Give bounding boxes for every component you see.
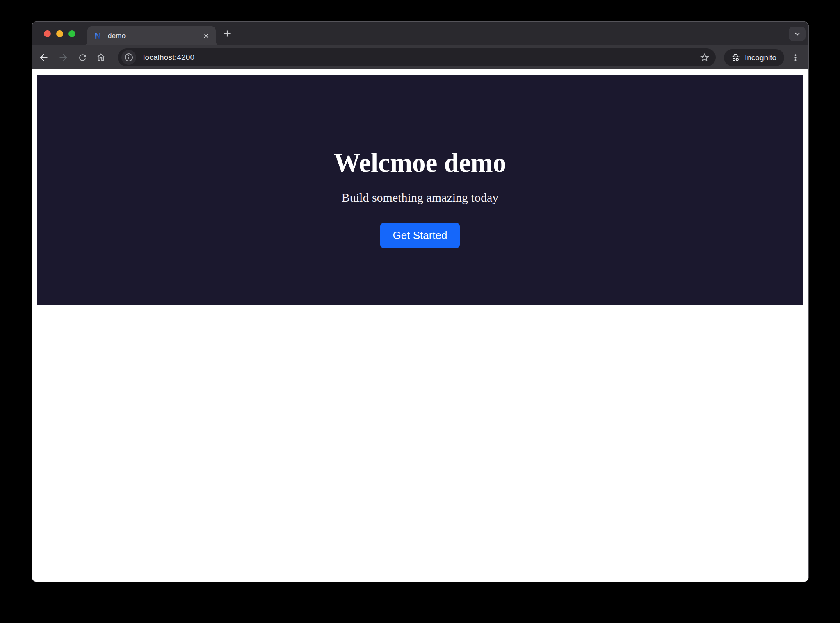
info-icon [124, 52, 134, 62]
hero-section: Welcmoe demo Build something amazing tod… [37, 75, 803, 305]
reload-button[interactable] [76, 51, 89, 64]
tab-search-button[interactable] [789, 27, 806, 41]
traffic-light-close-button[interactable] [44, 30, 51, 37]
browser-tab[interactable]: demo [87, 26, 216, 45]
bookmark-star-button[interactable] [699, 52, 710, 63]
traffic-light-zoom-button[interactable] [68, 30, 75, 37]
three-dot-menu-icon [790, 52, 801, 63]
browser-window: demo [32, 21, 809, 582]
site-info-button[interactable] [121, 50, 136, 65]
back-arrow-icon [38, 52, 49, 63]
url-text[interactable]: localhost:4200 [143, 53, 194, 62]
browser-menu-button[interactable] [789, 51, 801, 64]
incognito-label: Incognito [745, 53, 776, 62]
forward-button[interactable] [57, 51, 69, 64]
browser-toolbar: localhost:4200 Incognito [32, 45, 808, 69]
address-bar[interactable]: localhost:4200 [118, 48, 716, 66]
tab-curve-right [216, 41, 220, 45]
tab-strip: demo [32, 22, 808, 45]
home-button[interactable] [95, 51, 107, 64]
incognito-icon [730, 52, 741, 63]
page-content: Welcmoe demo Build something amazing tod… [32, 69, 808, 582]
home-icon [96, 52, 106, 63]
chevron-down-icon [793, 30, 802, 39]
hero-title: Welcmoe demo [334, 148, 507, 178]
tab-close-icon[interactable] [201, 32, 210, 41]
hero-subtitle: Build something amazing today [342, 191, 498, 205]
tab-favicon-icon [94, 32, 103, 40]
traffic-light-minimize-button[interactable] [56, 30, 63, 37]
new-tab-button[interactable] [220, 27, 234, 41]
back-button[interactable] [37, 51, 50, 64]
forward-arrow-icon [58, 52, 69, 63]
tab-title: demo [108, 32, 201, 40]
window-controls [44, 30, 75, 37]
reload-icon [78, 52, 88, 63]
get-started-button[interactable]: Get Started [380, 223, 460, 248]
incognito-badge: Incognito [724, 49, 784, 66]
star-icon [699, 52, 710, 63]
tab-curve-left [83, 41, 87, 45]
